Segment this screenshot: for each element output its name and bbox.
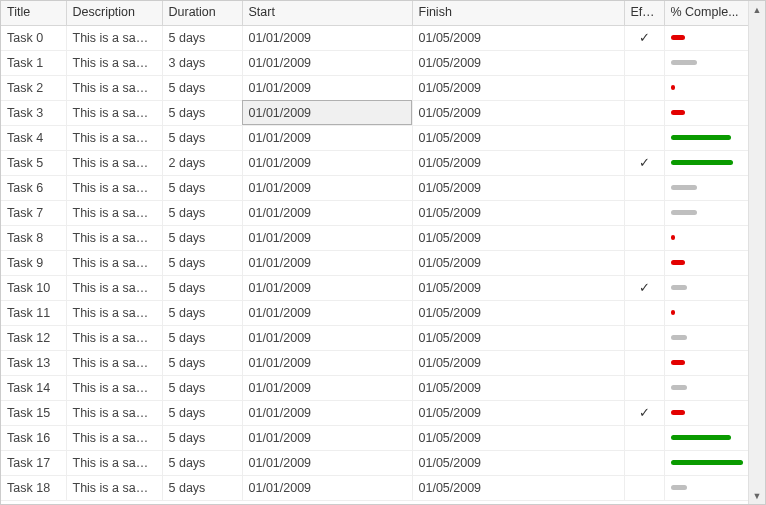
cell-title[interactable]: Task 1: [1, 50, 66, 75]
table-row[interactable]: Task 8This is a sam...5 days01/01/200901…: [1, 225, 748, 250]
header-duration[interactable]: Duration: [162, 1, 242, 25]
cell-pct-complete[interactable]: [664, 350, 748, 375]
cell-title[interactable]: Task 6: [1, 175, 66, 200]
cell-title[interactable]: Task 7: [1, 200, 66, 225]
table-row[interactable]: Task 15This is a sam...5 days01/01/20090…: [1, 400, 748, 425]
cell-effort[interactable]: [624, 225, 664, 250]
cell-pct-complete[interactable]: [664, 225, 748, 250]
cell-effort[interactable]: [624, 425, 664, 450]
cell-effort[interactable]: [624, 300, 664, 325]
cell-effort[interactable]: [624, 100, 664, 125]
scroll-track[interactable]: [749, 18, 765, 487]
cell-start[interactable]: 01/01/2009: [242, 450, 412, 475]
cell-pct-complete[interactable]: [664, 275, 748, 300]
cell-description[interactable]: This is a sam...: [66, 275, 162, 300]
cell-description[interactable]: This is a sam...: [66, 350, 162, 375]
table-row[interactable]: Task 3This is a sam...5 days01/01/200901…: [1, 100, 748, 125]
cell-duration[interactable]: 2 days: [162, 150, 242, 175]
cell-effort[interactable]: [624, 175, 664, 200]
cell-pct-complete[interactable]: [664, 425, 748, 450]
table-row[interactable]: Task 18This is a sam...5 days01/01/20090…: [1, 475, 748, 500]
header-title[interactable]: Title: [1, 1, 66, 25]
table-row[interactable]: Task 12This is a sam...5 days01/01/20090…: [1, 325, 748, 350]
cell-finish[interactable]: 01/05/2009: [412, 375, 624, 400]
cell-title[interactable]: Task 5: [1, 150, 66, 175]
cell-effort[interactable]: [624, 375, 664, 400]
cell-effort[interactable]: ✓: [624, 150, 664, 175]
cell-description[interactable]: This is a sam...: [66, 400, 162, 425]
table-row[interactable]: Task 17This is a sam...5 days01/01/20090…: [1, 450, 748, 475]
cell-effort[interactable]: [624, 125, 664, 150]
cell-start[interactable]: 01/01/2009: [242, 50, 412, 75]
cell-duration[interactable]: 5 days: [162, 75, 242, 100]
cell-pct-complete[interactable]: [664, 50, 748, 75]
cell-description[interactable]: This is a sam...: [66, 375, 162, 400]
cell-finish[interactable]: 01/05/2009: [412, 50, 624, 75]
cell-effort[interactable]: [624, 350, 664, 375]
cell-start[interactable]: 01/01/2009: [242, 250, 412, 275]
cell-start[interactable]: 01/01/2009: [242, 200, 412, 225]
cell-finish[interactable]: 01/05/2009: [412, 175, 624, 200]
cell-start[interactable]: 01/01/2009: [242, 400, 412, 425]
cell-start[interactable]: 01/01/2009: [242, 75, 412, 100]
table-row[interactable]: Task 0This is a sam...5 days01/01/200901…: [1, 25, 748, 50]
cell-start[interactable]: 01/01/2009: [242, 225, 412, 250]
cell-start[interactable]: 01/01/2009: [242, 375, 412, 400]
cell-start[interactable]: 01/01/2009: [242, 475, 412, 500]
cell-finish[interactable]: 01/05/2009: [412, 400, 624, 425]
cell-finish[interactable]: 01/05/2009: [412, 425, 624, 450]
cell-finish[interactable]: 01/05/2009: [412, 25, 624, 50]
vertical-scrollbar[interactable]: ▲ ▼: [748, 1, 765, 504]
header-start[interactable]: Start: [242, 1, 412, 25]
cell-finish[interactable]: 01/05/2009: [412, 300, 624, 325]
cell-finish[interactable]: 01/05/2009: [412, 475, 624, 500]
cell-title[interactable]: Task 2: [1, 75, 66, 100]
header-effort[interactable]: Effo...: [624, 1, 664, 25]
cell-description[interactable]: This is a sam...: [66, 75, 162, 100]
cell-start[interactable]: 01/01/2009: [242, 425, 412, 450]
cell-finish[interactable]: 01/05/2009: [412, 275, 624, 300]
cell-finish[interactable]: 01/05/2009: [412, 200, 624, 225]
cell-start[interactable]: 01/01/2009: [242, 100, 412, 125]
cell-description[interactable]: This is a sam...: [66, 450, 162, 475]
cell-pct-complete[interactable]: [664, 75, 748, 100]
cell-start[interactable]: 01/01/2009: [242, 175, 412, 200]
cell-title[interactable]: Task 4: [1, 125, 66, 150]
cell-finish[interactable]: 01/05/2009: [412, 125, 624, 150]
cell-duration[interactable]: 5 days: [162, 425, 242, 450]
cell-duration[interactable]: 5 days: [162, 200, 242, 225]
table-row[interactable]: Task 10This is a sam...5 days01/01/20090…: [1, 275, 748, 300]
cell-duration[interactable]: 3 days: [162, 50, 242, 75]
cell-description[interactable]: This is a sam...: [66, 125, 162, 150]
cell-pct-complete[interactable]: [664, 175, 748, 200]
cell-pct-complete[interactable]: [664, 150, 748, 175]
cell-pct-complete[interactable]: [664, 250, 748, 275]
cell-title[interactable]: Task 8: [1, 225, 66, 250]
cell-duration[interactable]: 5 days: [162, 375, 242, 400]
cell-title[interactable]: Task 0: [1, 25, 66, 50]
cell-finish[interactable]: 01/05/2009: [412, 350, 624, 375]
cell-duration[interactable]: 5 days: [162, 100, 242, 125]
cell-duration[interactable]: 5 days: [162, 325, 242, 350]
cell-start[interactable]: 01/01/2009: [242, 325, 412, 350]
cell-finish[interactable]: 01/05/2009: [412, 75, 624, 100]
cell-effort[interactable]: [624, 450, 664, 475]
table-row[interactable]: Task 1This is a sam...3 days01/01/200901…: [1, 50, 748, 75]
cell-start[interactable]: 01/01/2009: [242, 150, 412, 175]
cell-description[interactable]: This is a sam...: [66, 425, 162, 450]
cell-pct-complete[interactable]: [664, 450, 748, 475]
cell-pct-complete[interactable]: [664, 375, 748, 400]
cell-title[interactable]: Task 10: [1, 275, 66, 300]
table-row[interactable]: Task 11This is a sam...5 days01/01/20090…: [1, 300, 748, 325]
cell-duration[interactable]: 5 days: [162, 125, 242, 150]
table-row[interactable]: Task 7This is a sam...5 days01/01/200901…: [1, 200, 748, 225]
cell-description[interactable]: This is a sam...: [66, 300, 162, 325]
cell-pct-complete[interactable]: [664, 100, 748, 125]
scroll-up-button[interactable]: ▲: [749, 1, 765, 18]
table-row[interactable]: Task 4This is a sam...5 days01/01/200901…: [1, 125, 748, 150]
cell-title[interactable]: Task 11: [1, 300, 66, 325]
cell-effort[interactable]: ✓: [624, 25, 664, 50]
cell-start[interactable]: 01/01/2009: [242, 350, 412, 375]
cell-pct-complete[interactable]: [664, 300, 748, 325]
cell-description[interactable]: This is a sam...: [66, 225, 162, 250]
